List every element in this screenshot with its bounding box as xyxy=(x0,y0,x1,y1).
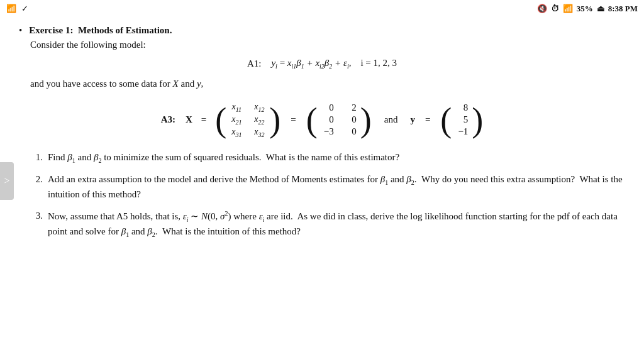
status-left: 📶 ✓ xyxy=(6,4,28,14)
and-label: and xyxy=(384,114,398,125)
signal-bars-icon: 📶 xyxy=(563,4,573,14)
y-val-3: −1 xyxy=(455,126,468,137)
a1-equation-block: A1: yi = xi1β1 + xi2β2 + εi, i = 1, 2, 3 xyxy=(19,58,625,70)
matrix-x-grid: x11 x12 x21 x22 x31 x32 xyxy=(226,99,269,140)
y-val-1: 8 xyxy=(455,102,468,113)
wifi-icon: 📶 xyxy=(6,4,16,14)
paren-right-x: ) xyxy=(269,103,280,137)
and-you-text: and you have access to some data for X a… xyxy=(30,79,625,89)
matrix-num-grid: 0 2 0 0 −3 0 xyxy=(318,100,360,140)
cell-x11: x11 xyxy=(230,102,243,113)
list-text-3: Now, assume that A5 holds, that is, εi ∼… xyxy=(48,209,625,240)
list-text-1: Find β1 and β2 to minimize the sum of sq… xyxy=(48,150,625,166)
list-number-2: 2. xyxy=(30,172,43,202)
check-icon: ✓ xyxy=(21,4,28,14)
matrix-y-grid: 8 5 −1 xyxy=(452,100,472,140)
matrix-y: ( 8 5 −1 ) xyxy=(440,100,483,140)
bold-y-label: y xyxy=(410,114,415,125)
main-content: • Exercise 1: Methods of Estimation. Con… xyxy=(0,18,644,253)
status-right: 🔇 ⏱ 📶 35% ⏏ 8:38 PM xyxy=(537,4,638,14)
status-bar: 📶 ✓ 🔇 ⏱ 📶 35% ⏏ 8:38 PM xyxy=(0,0,644,18)
equals-2: = xyxy=(291,114,296,125)
exercise-title-text: Exercise 1: Methods of Estimation. xyxy=(29,25,172,35)
matrix-x: ( x11 x12 x21 x22 x31 x32 ) xyxy=(215,99,280,140)
paren-left-y: ( xyxy=(440,103,452,137)
timer-icon: ⏱ xyxy=(551,4,559,14)
cell-x21: x21 xyxy=(230,114,243,126)
list-number-3: 3. xyxy=(30,209,43,240)
list-text-2: Add an extra assumption to the model and… xyxy=(48,172,625,202)
a1-label: A1: xyxy=(247,58,262,69)
battery-level: 35% xyxy=(577,4,593,14)
matrix-numeric: ( 0 2 0 0 −3 0 ) xyxy=(306,100,372,140)
cell-x32: x32 xyxy=(253,127,265,138)
paren-left-num: ( xyxy=(306,103,318,137)
list-item-3: 3. Now, assume that A5 holds, that is, ε… xyxy=(30,209,625,240)
battery-icon: ⏏ xyxy=(597,4,604,14)
num-0-2-r1c2: 2 xyxy=(344,102,357,113)
num-0-2-r3c2: 0 xyxy=(344,126,357,137)
exercise-heading: Exercise 1: Methods of Estimation. xyxy=(29,25,172,36)
num-0-2-r1c1: 0 xyxy=(321,102,334,113)
a3-block: A3: X = ( x11 x12 x21 x22 x31 x32 ) = ( … xyxy=(19,99,625,140)
exercise-title: • Exercise 1: Methods of Estimation. xyxy=(19,25,625,36)
bold-x-label: X xyxy=(186,114,192,125)
paren-right-y: ) xyxy=(472,103,483,137)
list-item-2: 2. Add an extra assumption to the model … xyxy=(30,172,625,202)
cell-x12: x12 xyxy=(253,102,265,113)
list-number-1: 1. xyxy=(30,150,43,166)
a3-label: A3: xyxy=(161,114,175,125)
equals-1: = xyxy=(201,114,206,125)
cell-x31: x31 xyxy=(230,127,243,138)
clock-time: 8:38 PM xyxy=(608,4,638,14)
numbered-list: 1. Find β1 and β2 to minimize the sum of… xyxy=(30,150,625,239)
num-0-2-r2c1: 0 xyxy=(321,114,334,125)
paren-left-x: ( xyxy=(215,103,226,137)
side-nav-arrow: > xyxy=(4,175,9,187)
consider-text: Consider the following model: xyxy=(30,40,625,50)
side-nav-button[interactable]: > xyxy=(0,162,14,200)
y-val-2: 5 xyxy=(455,114,468,125)
list-item-1: 1. Find β1 and β2 to minimize the sum of… xyxy=(30,150,625,166)
bullet-point: • xyxy=(19,25,22,36)
num-0-2-r3c1: −3 xyxy=(321,126,334,137)
mute-icon: 🔇 xyxy=(537,4,547,14)
paren-right-num: ) xyxy=(360,103,372,137)
cell-x22: x22 xyxy=(253,114,265,126)
equals-3: = xyxy=(425,114,430,125)
a1-equation: yi = xi1β1 + xi2β2 + εi, i = 1, 2, 3 xyxy=(271,58,397,70)
num-0-2-r2c2: 0 xyxy=(344,114,357,125)
